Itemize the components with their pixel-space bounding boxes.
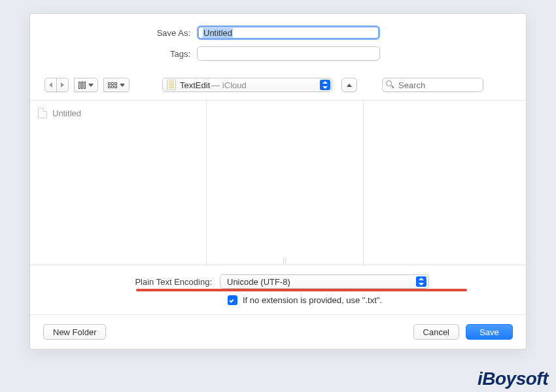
file-browser: Untitled ||: [30, 100, 526, 265]
encoding-value: Unicode (UTF-8): [227, 277, 290, 287]
chevron-down-icon: [120, 84, 125, 87]
save-as-label: Save As:: [56, 28, 197, 38]
browser-col-2[interactable]: ||: [207, 101, 364, 265]
search-input[interactable]: [382, 78, 483, 92]
cancel-button[interactable]: Cancel: [413, 324, 459, 340]
stepper-icon: [320, 80, 330, 90]
grid-view-button[interactable]: [103, 78, 130, 92]
back-button[interactable]: [44, 78, 57, 92]
tags-label: Tags:: [56, 49, 197, 59]
collapse-button[interactable]: [341, 78, 357, 92]
textedit-icon: [167, 80, 176, 90]
chevron-right-icon: [61, 82, 64, 88]
chevron-down-icon: [88, 84, 94, 87]
footer: New Folder Cancel Save: [30, 314, 526, 349]
extension-checkbox-label: If no extension is provided, use ".txt".: [243, 295, 382, 305]
columns-icon: [78, 82, 86, 89]
save-as-value: Untitled: [203, 28, 233, 38]
tags-input[interactable]: [197, 46, 380, 61]
save-dialog: Save As: Untitled Tags:: [29, 13, 527, 350]
encoding-label: Plain Text Encoding:: [56, 277, 220, 287]
toolbar: TextEdit — iCloud: [30, 73, 526, 100]
nav-back-forward: [44, 78, 69, 92]
search-wrap: [382, 78, 483, 92]
file-name: Untitled: [52, 108, 81, 118]
search-icon: [386, 80, 394, 89]
list-item[interactable]: Untitled: [37, 106, 200, 120]
view-switcher: [74, 78, 98, 92]
encoding-popup[interactable]: Unicode (UTF-8): [220, 274, 429, 289]
split-handle-icon[interactable]: ||: [283, 257, 287, 264]
grid-icon: [108, 82, 117, 88]
browser-col-1[interactable]: Untitled: [30, 101, 207, 265]
save-button[interactable]: Save: [466, 324, 513, 340]
document-icon: [38, 108, 47, 118]
options: Plain Text Encoding: Unicode (UTF-8) If …: [30, 265, 526, 314]
location-popup[interactable]: TextEdit — iCloud: [162, 78, 332, 92]
forward-button[interactable]: [56, 78, 69, 92]
stepper-icon: [416, 276, 426, 287]
save-as-input[interactable]: Untitled: [197, 25, 380, 40]
chevron-left-icon: [49, 82, 52, 88]
top-fields: Save As: Untitled Tags:: [30, 14, 526, 73]
location-primary: TextEdit: [180, 80, 210, 90]
location-secondary: — iCloud: [211, 80, 246, 90]
columns-view-button[interactable]: [74, 78, 98, 92]
browser-col-3[interactable]: [364, 101, 526, 265]
annotation-underline: [136, 289, 467, 291]
new-folder-button[interactable]: New Folder: [43, 324, 106, 340]
brand-logo: iBoysoft: [478, 368, 548, 389]
chevron-up-icon: [347, 84, 352, 87]
extension-checkbox[interactable]: [228, 295, 237, 305]
group-switcher: [103, 78, 130, 92]
